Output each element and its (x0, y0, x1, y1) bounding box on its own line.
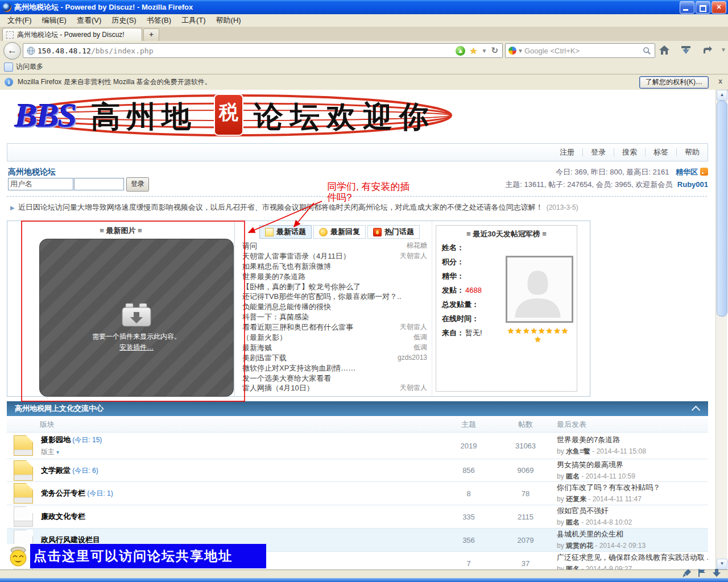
install-plugin-link[interactable]: 安装插件… (119, 343, 154, 352)
chevron-up-icon[interactable] (692, 406, 701, 415)
usernav-search[interactable]: 搜索 (614, 148, 645, 156)
menu-item[interactable]: 帮助(H) (211, 14, 246, 27)
back-button[interactable]: ← (3, 42, 21, 60)
last-post-title[interactable]: 县城机关里的众生相 (557, 529, 708, 539)
topic-title[interactable]: 科普一下：真菌感染 (242, 312, 427, 322)
last-post-author[interactable]: 匿名 (566, 518, 580, 526)
brush-icon[interactable] (682, 568, 692, 577)
topic-title[interactable]: 负能量消息总能传播的很快 (242, 302, 427, 312)
board-link[interactable]: 党务公开专栏 (41, 489, 85, 497)
menu-item[interactable]: 书签(B) (142, 14, 176, 27)
menu-item[interactable]: 文件(F) (2, 14, 37, 27)
last-post-author[interactable]: 匿名 (566, 565, 580, 569)
topic-author[interactable]: 天朝雷人 (400, 251, 427, 261)
rss-icon[interactable] (700, 168, 708, 176)
know-your-rights-button[interactable]: 了解您的权利(K)… (639, 76, 709, 89)
forum-home-link[interactable]: 高州地税论坛 (8, 167, 56, 177)
topic-author[interactable]: gzds2013 (398, 353, 427, 363)
topic-title[interactable]: 请问 (242, 241, 402, 251)
topic-author[interactable]: 天朝雷人 (400, 322, 427, 332)
last-post-title[interactable]: 世界最美的7条道路 (557, 435, 708, 445)
topic-author[interactable]: 低调 (413, 343, 427, 353)
notification-close-icon[interactable]: x (718, 77, 722, 85)
topic-title[interactable]: 天朝雷人雷事雷语录（4月11日） (242, 251, 395, 261)
toolbar-overflow-icon[interactable]: ▼ (717, 47, 728, 59)
new-member-link[interactable]: Ruby001 (677, 180, 708, 189)
menu-item[interactable]: 工具(T) (176, 14, 211, 27)
down-arrow-icon[interactable] (712, 568, 721, 577)
url-text[interactable]: 150.48.48.12/bbs/index.php (38, 47, 154, 55)
new-tab-button[interactable]: + (143, 28, 159, 41)
usernav-help[interactable]: 帮助 (676, 148, 708, 156)
digest-link[interactable]: 精华区 (676, 168, 698, 176)
downloads-icon[interactable] (679, 44, 693, 57)
topic-title[interactable]: 还记得TVB那些年的官配吗，你最喜欢哪一对？.. (242, 292, 427, 302)
browser-tab[interactable]: 高州地税论坛 - Powered by Discuz! (2, 28, 142, 41)
topic-title[interactable]: 微软停止对XP支持这狗血剧情…… (242, 363, 427, 373)
last-post-title[interactable]: 假如官员不强奸 (557, 506, 708, 516)
topic-author[interactable]: 天朝雷人 (400, 383, 427, 393)
search-icon[interactable] (643, 47, 651, 55)
minimize-button[interactable] (680, 1, 694, 14)
search-engine-dropdown-icon[interactable]: ▼ (518, 48, 523, 54)
usernav-register[interactable]: 注册 (552, 148, 582, 156)
username-field[interactable] (8, 178, 73, 190)
missing-plugin-box[interactable]: 需要一个插件来显示此内容。 安装插件… (39, 239, 234, 397)
topic-title[interactable]: 看看近期三胖和奥巴都有什么雷事 (242, 322, 395, 332)
bookmark-star-icon[interactable]: ★ (469, 45, 477, 56)
menu-item[interactable]: 编辑(E) (37, 14, 72, 27)
share-popup[interactable]: 点击这里可以访问论坛共享地址 (6, 544, 266, 568)
most-visited-item[interactable]: 访问最多 (16, 62, 43, 72)
menu-item[interactable]: 查看(V) (72, 14, 106, 27)
last-post-author[interactable]: 水鱼=鳖 (566, 447, 590, 455)
menu-item[interactable]: 历史(S) (106, 14, 141, 27)
topic-author[interactable]: 棉花糖 (407, 241, 427, 251)
smiley-icon (6, 544, 30, 568)
category-header[interactable]: 高州地税网上文化交流中心 (7, 401, 708, 416)
scrollbar-thumb[interactable] (717, 101, 727, 317)
close-button[interactable]: × (712, 1, 726, 14)
board-link[interactable]: 文学殿堂 (41, 466, 71, 475)
url-bar[interactable]: 150.48.48.12/bbs/index.php ▲ ★ ▼ ↻ (23, 43, 503, 58)
restore-button[interactable] (696, 1, 710, 14)
last-post-author[interactable]: 还复来 (566, 495, 586, 503)
go-arrow-icon[interactable]: ▲ (456, 46, 465, 56)
last-post-title[interactable]: 男女搞笑的最高境界 (557, 460, 708, 470)
bookmarks-icon[interactable] (701, 44, 714, 57)
moderator-line[interactable]: 版主▾ (41, 447, 437, 457)
last-post-author[interactable]: 匿名 (566, 472, 580, 480)
login-button[interactable]: 登录 (126, 177, 149, 192)
topic-title[interactable]: 如果精忠岳飞也有新浪微博 (242, 261, 427, 272)
url-dropdown-icon[interactable]: ▼ (482, 48, 487, 54)
usernav-tags[interactable]: 标签 (645, 148, 676, 156)
topic-title[interactable]: 雷人网摘（4月10日） (242, 383, 395, 393)
board-link[interactable]: 政风行风建设栏目 (41, 535, 100, 544)
tab-热门话题[interactable]: 热门话题 (367, 225, 420, 239)
flag-icon[interactable] (697, 568, 706, 577)
last-post-title[interactable]: 广泛征求意见，确保群众路线教育实践活动取 ... (557, 552, 708, 563)
search-input[interactable] (523, 46, 643, 56)
topic-title[interactable]: 美剧迅雷下载 (242, 353, 393, 363)
topic-author[interactable]: 低调 (413, 332, 427, 343)
banner-title-right: 论坛欢迎你 (254, 97, 436, 137)
topic-title[interactable]: 发一个选美大赛给大家看看 (242, 373, 427, 384)
reload-icon[interactable]: ↻ (491, 45, 498, 56)
tab-最新回复[interactable]: 最新回复 (313, 225, 366, 239)
scroll-up-icon[interactable]: ▲ (717, 90, 727, 101)
password-field[interactable] (74, 178, 124, 190)
topic-title[interactable]: 世界最美的7条道路 (242, 272, 427, 282)
topic-title[interactable]: 【卧槽，真的删了】蛟龙号你肿么了 (242, 282, 427, 292)
tab-最新话题[interactable]: 最新话题 (259, 225, 312, 239)
topic-title[interactable]: 最新海贼 (242, 343, 409, 353)
google-icon[interactable] (508, 47, 516, 55)
topic-title[interactable]: （最新火影） (242, 332, 409, 343)
search-bar[interactable]: ▼ (505, 43, 655, 58)
usernav-login[interactable]: 登录 (582, 148, 614, 156)
last-post-author[interactable]: 观赏的花 (566, 542, 593, 550)
vertical-scrollbar[interactable]: ▲ ▼ (715, 90, 727, 569)
board-link[interactable]: 摄影园地 (41, 435, 71, 444)
last-post-title[interactable]: 你们车改了吗？有车改补贴吗？ (557, 483, 708, 493)
announcement-link[interactable]: 近日因论坛访问量大增导致网络速度缓慢而影响视频会议，以后凡召开省、市视频会议期间… (18, 203, 543, 211)
board-link[interactable]: 廉政文化专栏 (41, 512, 85, 521)
home-icon[interactable] (657, 44, 671, 57)
